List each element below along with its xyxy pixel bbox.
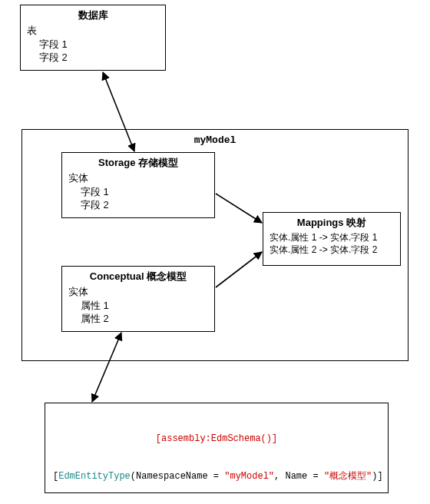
- mappings-line1: 实体.属性 1 -> 实体.字段 1: [270, 231, 394, 244]
- database-table: 表: [27, 24, 159, 38]
- database-box: 数据库 表 字段 1 字段 2: [20, 5, 166, 71]
- storage-field2: 字段 2: [68, 198, 208, 212]
- storage-field1: 字段 1: [68, 185, 208, 199]
- mappings-line2: 实体.属性 2 -> 实体.字段 2: [270, 244, 394, 256]
- code-entitytype-attr: [EdmEntityType(NamespaceName = "myModel"…: [53, 470, 380, 482]
- code-box: [assembly:EdmSchema()] [EdmEntityType(Na…: [45, 403, 389, 493]
- code-assembly-attr: [assembly:EdmSchema()]: [53, 433, 380, 445]
- database-field2: 字段 2: [27, 51, 159, 65]
- conceptual-box: Conceptual 概念模型 实体 属性 1 属性 2: [61, 266, 215, 332]
- conceptual-prop2: 属性 2: [68, 312, 208, 326]
- storage-entity: 实体: [68, 171, 208, 185]
- conceptual-entity: 实体: [68, 285, 208, 299]
- conceptual-prop1: 属性 1: [68, 299, 208, 313]
- storage-box: Storage 存储模型 实体 字段 1 字段 2: [61, 152, 215, 218]
- mappings-title: Mappings 映射: [270, 216, 394, 230]
- mappings-box: Mappings 映射 实体.属性 1 -> 实体.字段 1 实体.属性 2 -…: [263, 212, 401, 266]
- database-field1: 字段 1: [27, 38, 159, 51]
- mymodel-title: myModel: [28, 134, 402, 146]
- database-title: 数据库: [27, 8, 159, 22]
- storage-title: Storage 存储模型: [68, 156, 208, 170]
- conceptual-title: Conceptual 概念模型: [68, 270, 208, 284]
